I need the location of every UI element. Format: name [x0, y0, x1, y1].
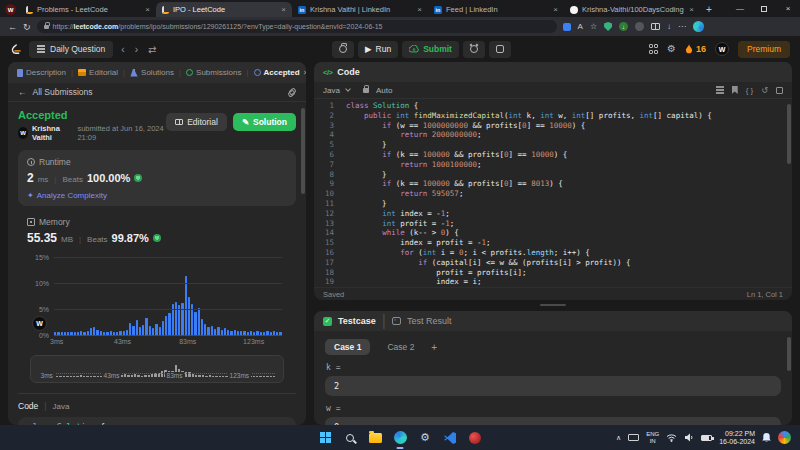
- histogram-bar[interactable]: [194, 312, 196, 335]
- close-button[interactable]: ×: [776, 0, 800, 17]
- volume-icon[interactable]: [684, 433, 694, 442]
- premium-button[interactable]: Premium: [738, 41, 790, 58]
- tab-close-icon[interactable]: ×: [689, 5, 694, 14]
- code-line[interactable]: 6 if (k == 100000 && profits[0] == 10000…: [314, 150, 792, 160]
- wifi-icon[interactable]: [666, 433, 677, 442]
- refresh-button[interactable]: ↻: [23, 22, 31, 32]
- browser-account-avatar[interactable]: [693, 21, 704, 32]
- code-line[interactable]: 11 }: [314, 199, 792, 209]
- share-link-icon[interactable]: [288, 88, 296, 96]
- histogram-bar[interactable]: [159, 327, 161, 335]
- streak-counter[interactable]: 16: [685, 44, 706, 54]
- tab-accepted[interactable]: Accepted×: [254, 68, 306, 77]
- debug-button[interactable]: [332, 41, 354, 58]
- tab-close-icon[interactable]: ×: [417, 5, 422, 14]
- histogram-bar[interactable]: [165, 316, 167, 335]
- taskbar-search[interactable]: [343, 431, 357, 445]
- pinned-app[interactable]: [468, 431, 482, 445]
- code-line[interactable]: 7 return 1000100000;: [314, 160, 792, 170]
- format-code-icon[interactable]: [716, 86, 724, 87]
- submitted-code-preview[interactable]: class Solution {: [18, 417, 296, 425]
- histogram-bar[interactable]: [136, 320, 138, 335]
- extension-icon[interactable]: [635, 22, 644, 31]
- more-menu-icon[interactable]: ⋯: [678, 22, 686, 31]
- testcase-field-input[interactable]: 2: [325, 376, 781, 396]
- code-line[interactable]: 18 profit = profits[i];: [314, 268, 792, 278]
- chart-minimap-slider[interactable]: 3ms43ms83ms123ms: [30, 355, 284, 383]
- all-submissions-label[interactable]: All Submissions: [33, 87, 93, 97]
- case-tab[interactable]: Case 2: [378, 339, 423, 355]
- split-screen-icon[interactable]: [651, 23, 660, 30]
- download-extension-icon[interactable]: ↓: [619, 22, 628, 31]
- tab-close-icon[interactable]: ×: [281, 5, 286, 14]
- start-button[interactable]: [318, 431, 332, 445]
- code-line[interactable]: 16 for (int i = 0; i < profits.length; i…: [314, 248, 792, 258]
- touch-keyboard-icon[interactable]: [628, 434, 639, 441]
- minimize-button[interactable]: —: [728, 0, 752, 17]
- code-line[interactable]: 1class Solution {: [314, 101, 792, 111]
- histogram-bar[interactable]: [139, 327, 141, 335]
- next-problem-button[interactable]: ›: [133, 44, 140, 55]
- clock[interactable]: 09:22 PM 16-06-2024: [719, 430, 755, 446]
- browser-tab[interactable]: IPO - LeetCode×: [156, 2, 292, 17]
- language-indicator[interactable]: ENGIN: [646, 431, 659, 444]
- taskbar-chevron-up[interactable]: ∧: [616, 434, 621, 442]
- case-tab[interactable]: Case 1: [325, 339, 370, 355]
- address-bar[interactable]: https://leetcode.com/problems/ipo/submis…: [37, 20, 557, 33]
- histogram-bar[interactable]: [152, 328, 154, 335]
- histogram-bar[interactable]: [90, 328, 92, 335]
- editor-scrollbar[interactable]: [787, 104, 791, 164]
- notification-bell-icon[interactable]: [762, 433, 771, 443]
- expand-editor-icon[interactable]: [776, 87, 783, 94]
- histogram-bar[interactable]: [93, 327, 95, 335]
- favorites-star-icon[interactable]: ☆: [590, 22, 597, 31]
- user-runtime-marker[interactable]: W: [32, 316, 47, 331]
- histogram-bar[interactable]: [201, 319, 203, 335]
- code-line[interactable]: 9 if (k == 100000 && profits[0] == 8013)…: [314, 179, 792, 189]
- bookmark-icon[interactable]: [732, 86, 738, 94]
- leetcode-logo[interactable]: [10, 43, 23, 56]
- author-name[interactable]: Krishna Vaithi: [32, 124, 73, 142]
- read-aloud-icon[interactable]: A: [578, 22, 583, 31]
- code-line[interactable]: 17 if (capital[i] <= w && (profits[i] > …: [314, 258, 792, 268]
- browser-tab[interactable]: inFeed | LinkedIn×: [428, 2, 564, 17]
- maximize-button[interactable]: [752, 0, 776, 17]
- memory-card[interactable]: Memory 55.35 MB | Beats 99.87%: [18, 217, 296, 245]
- testcase-field-input[interactable]: 0: [325, 417, 781, 425]
- reset-code-icon[interactable]: ↺: [761, 86, 768, 95]
- back-button[interactable]: ←: [8, 22, 17, 32]
- tab-close-icon[interactable]: ×: [304, 68, 306, 77]
- adblock-extension-icon[interactable]: [604, 22, 612, 31]
- code-line[interactable]: 2 public int findMaximizedCapital(int k,…: [314, 111, 792, 121]
- vscode-app[interactable]: [443, 431, 457, 445]
- code-line[interactable]: 10 return 595057;: [314, 189, 792, 199]
- daily-question-nav[interactable]: Daily Question: [29, 41, 113, 58]
- code-editor[interactable]: 1class Solution {2 public int findMaximi…: [314, 99, 792, 287]
- browser-tab[interactable]: Problems - LeetCode×: [20, 2, 156, 17]
- histogram-bar[interactable]: [149, 326, 151, 335]
- histogram-bar[interactable]: [185, 276, 187, 335]
- tab-editorial[interactable]: Editorial: [78, 68, 118, 77]
- run-button[interactable]: ▶Run: [358, 41, 398, 58]
- histogram-bar[interactable]: [129, 323, 131, 335]
- histogram-bar[interactable]: [145, 318, 147, 335]
- code-line[interactable]: 12 int index = -1;: [314, 209, 792, 219]
- submit-button[interactable]: Submit: [402, 41, 459, 58]
- left-panel-scrollbar[interactable]: [301, 108, 305, 194]
- tab-close-icon[interactable]: ×: [145, 5, 150, 14]
- histogram-bar[interactable]: [155, 324, 157, 335]
- histogram-bar[interactable]: [168, 313, 170, 335]
- new-tab-button[interactable]: +: [706, 4, 712, 15]
- tab-close-icon[interactable]: ×: [553, 5, 558, 14]
- auto-label[interactable]: Auto: [376, 86, 392, 95]
- tab-solutions[interactable]: Solutions: [130, 68, 174, 77]
- language-selector[interactable]: Java: [323, 86, 340, 95]
- histogram-bar[interactable]: [188, 297, 190, 335]
- battery-icon[interactable]: [701, 435, 712, 441]
- test-result-tab[interactable]: Test Result: [407, 316, 452, 326]
- panel-resize-handle[interactable]: [540, 304, 566, 306]
- runtime-card[interactable]: Runtime 2 ms | Beats 100.00% ✦ Analyze C…: [18, 150, 296, 206]
- browser-tab[interactable]: Krishna-Vaithi/100DaysCoding×: [564, 2, 700, 17]
- tab-submissions[interactable]: Submissions: [186, 68, 241, 77]
- code-line[interactable]: 14 while (k-- > 0) {: [314, 228, 792, 238]
